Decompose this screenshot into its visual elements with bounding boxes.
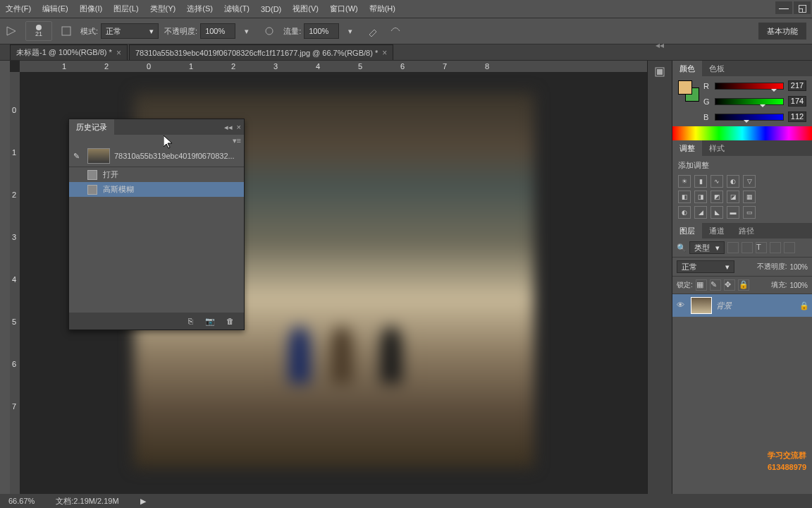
gradient-icon[interactable]: ▬ bbox=[727, 206, 739, 219]
b-value[interactable]: 112 bbox=[788, 111, 806, 122]
tab-swatches[interactable]: 色板 bbox=[702, 61, 732, 76]
filter-type-icon[interactable]: T bbox=[756, 242, 767, 253]
g-slider[interactable] bbox=[715, 98, 784, 105]
history-snapshot[interactable]: ✎ 78310a55b319ebc4019f0670832... bbox=[69, 145, 244, 167]
tab-styles[interactable]: 样式 bbox=[702, 140, 732, 156]
layer-row-background[interactable]: 👁 背景 🔒 bbox=[672, 294, 812, 317]
tab-label: 78310a55b319ebc4019f06708326cffc1f171677… bbox=[135, 49, 378, 57]
curves-icon[interactable]: ∿ bbox=[710, 175, 723, 188]
menu-filter[interactable]: 滤镜(T) bbox=[224, 4, 250, 14]
color-spectrum[interactable] bbox=[672, 126, 812, 140]
g-value[interactable]: 174 bbox=[788, 96, 806, 107]
selective-icon[interactable]: ▭ bbox=[743, 206, 756, 219]
color-panel: R217 G174 B112 bbox=[672, 76, 812, 126]
menu-layer[interactable]: 图层(L) bbox=[113, 4, 138, 14]
brush-preset-picker[interactable]: 21 bbox=[25, 21, 52, 41]
layer-blend-dropdown[interactable]: 正常▾ bbox=[677, 260, 734, 273]
opacity-input[interactable]: 100% bbox=[200, 23, 235, 39]
foreground-color-icon[interactable] bbox=[678, 80, 692, 95]
collapse-icon[interactable]: ◂◂ bbox=[224, 123, 233, 132]
minimize-button[interactable]: — bbox=[775, 1, 792, 14]
pressure-opacity-icon[interactable] bbox=[261, 23, 278, 39]
delete-icon[interactable]: 🗑 bbox=[224, 315, 235, 327]
tool-preset-icon[interactable] bbox=[3, 23, 20, 39]
document-tab-1[interactable]: 未标题-1 @ 100%(RGB/8) * × bbox=[10, 44, 128, 60]
filter-smart-icon[interactable] bbox=[784, 242, 795, 253]
blend-mode-dropdown[interactable]: 正常▾ bbox=[101, 23, 159, 39]
photo-filter-icon[interactable]: ◩ bbox=[710, 190, 723, 203]
layer-filter-type[interactable]: 类型▾ bbox=[689, 241, 725, 254]
layer-opacity-label: 不透明度: bbox=[757, 262, 787, 272]
color-swatch[interactable] bbox=[678, 80, 699, 102]
r-value[interactable]: 217 bbox=[788, 80, 806, 91]
posterize-icon[interactable]: ◢ bbox=[694, 206, 707, 219]
channel-mixer-icon[interactable]: ◪ bbox=[727, 190, 739, 203]
exposure-icon[interactable]: ◐ bbox=[727, 175, 739, 188]
workspace-switcher[interactable]: 基本功能 bbox=[758, 23, 806, 40]
menu-window[interactable]: 窗口(W) bbox=[330, 4, 358, 14]
threshold-icon[interactable]: ◣ bbox=[710, 206, 723, 219]
document-tab-2[interactable]: 78310a55b319ebc4019f06708326cffc1f171677… bbox=[129, 44, 393, 60]
menu-file[interactable]: 文件(F) bbox=[6, 4, 31, 14]
history-item-gaussian-blur[interactable]: 高斯模糊 bbox=[69, 182, 244, 197]
brush-panel-toggle-icon[interactable] bbox=[58, 23, 75, 39]
new-snapshot-icon[interactable]: 📷 bbox=[204, 315, 216, 327]
filter-adjust-icon[interactable] bbox=[742, 242, 753, 253]
fill-value[interactable]: 100% bbox=[789, 282, 808, 289]
opacity-chevron-icon[interactable]: ▾ bbox=[238, 23, 255, 39]
tab-adjustments[interactable]: 调整 bbox=[672, 140, 702, 156]
menu-view[interactable]: 视图(V) bbox=[293, 4, 319, 14]
filter-pixel-icon[interactable] bbox=[727, 242, 739, 253]
tab-layers[interactable]: 图层 bbox=[672, 223, 702, 238]
b-slider[interactable] bbox=[715, 114, 784, 121]
flow-input[interactable]: 100% bbox=[304, 23, 339, 39]
status-arrow-icon[interactable]: ▶ bbox=[140, 497, 146, 506]
lock-all-icon[interactable]: 🔒 bbox=[738, 279, 749, 291]
lock-position-icon[interactable]: ✥ bbox=[724, 279, 735, 291]
menu-select[interactable]: 选择(S) bbox=[187, 4, 213, 14]
layer-thumbnail[interactable] bbox=[691, 297, 712, 314]
menu-image[interactable]: 图像(I) bbox=[80, 4, 102, 14]
flow-chevron-icon[interactable]: ▾ bbox=[342, 23, 359, 39]
filter-shape-icon[interactable] bbox=[770, 242, 781, 253]
bw-icon[interactable]: ◨ bbox=[694, 190, 707, 203]
close-icon[interactable]: × bbox=[237, 123, 241, 132]
tab-channels[interactable]: 通道 bbox=[702, 223, 732, 238]
airbrush-icon[interactable] bbox=[364, 23, 381, 39]
lock-pixels-icon[interactable]: ✎ bbox=[710, 279, 721, 291]
visibility-icon[interactable]: 👁 bbox=[677, 301, 687, 310]
source-icon[interactable]: ✎ bbox=[73, 152, 83, 161]
vibrance-icon[interactable]: ▽ bbox=[743, 175, 756, 188]
document-tabs: 未标题-1 @ 100%(RGB/8) * × 78310a55b319ebc4… bbox=[0, 44, 812, 61]
new-doc-from-state-icon[interactable]: ⎘ bbox=[185, 315, 196, 327]
hue-icon[interactable]: ◧ bbox=[678, 190, 691, 203]
doc-size[interactable]: 文档:2.19M/2.19M bbox=[56, 496, 118, 507]
panel-menu-icon[interactable]: ▾≡ bbox=[233, 136, 241, 145]
brightness-icon[interactable]: ☀ bbox=[678, 175, 691, 188]
tab-history[interactable]: 历史记录 bbox=[69, 119, 114, 135]
panel-collapse-icon[interactable]: ◂◂ bbox=[656, 40, 664, 50]
menu-edit[interactable]: 编辑(E) bbox=[42, 4, 68, 14]
layer-opacity-value[interactable]: 100% bbox=[789, 263, 808, 271]
lookup-icon[interactable]: ▦ bbox=[743, 190, 756, 203]
levels-icon[interactable]: ▮ bbox=[694, 175, 707, 188]
left-dock bbox=[0, 61, 10, 494]
invert-icon[interactable]: ◐ bbox=[678, 206, 691, 219]
close-icon[interactable]: × bbox=[116, 48, 121, 58]
close-icon[interactable]: × bbox=[382, 48, 387, 58]
pressure-size-icon[interactable] bbox=[387, 23, 404, 39]
history-panel[interactable]: 历史记录 ◂◂ × ▾≡ ✎ 78310a55b319ebc4019f06708… bbox=[68, 119, 245, 330]
menu-type[interactable]: 类型(Y) bbox=[150, 4, 176, 14]
panel-icon[interactable] bbox=[650, 64, 670, 80]
r-slider[interactable] bbox=[715, 83, 784, 90]
lock-transparent-icon[interactable]: ▦ bbox=[696, 279, 707, 291]
history-item-open[interactable]: 打开 bbox=[69, 167, 244, 182]
history-titlebar[interactable]: 历史记录 ◂◂ × bbox=[69, 119, 244, 135]
menu-help[interactable]: 帮助(H) bbox=[369, 4, 395, 14]
maximize-button[interactable]: ◱ bbox=[794, 1, 811, 14]
zoom-level[interactable]: 66.67% bbox=[8, 497, 35, 505]
menu-3d[interactable]: 3D(D) bbox=[261, 5, 281, 13]
tab-color[interactable]: 颜色 bbox=[672, 61, 702, 76]
search-icon[interactable]: 🔍 bbox=[677, 243, 687, 253]
tab-paths[interactable]: 路径 bbox=[732, 223, 761, 238]
